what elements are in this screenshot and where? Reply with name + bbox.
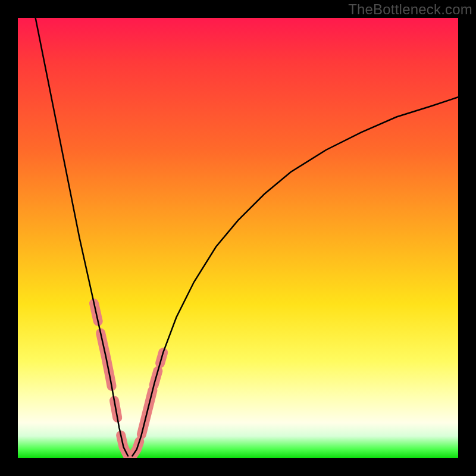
plot-area (18, 18, 458, 458)
right-curve (132, 97, 458, 456)
outer-frame: TheBottleneck.com (0, 0, 476, 476)
watermark-text: TheBottleneck.com (348, 1, 472, 18)
highlight-segments (94, 303, 163, 456)
curve-layer (18, 18, 458, 458)
